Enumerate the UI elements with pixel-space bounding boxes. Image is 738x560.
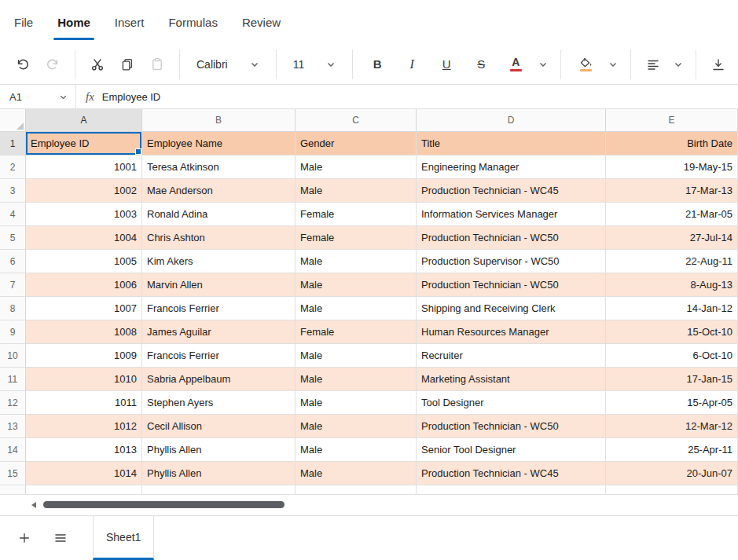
redo-button[interactable] xyxy=(38,49,68,79)
cell-D12[interactable]: Tool Designer xyxy=(417,391,606,415)
cell-B13[interactable]: Cecil Allison xyxy=(142,415,296,438)
strikethrough-button[interactable]: S xyxy=(464,49,498,79)
cell-D5[interactable]: Production Technician - WC50 xyxy=(417,226,606,250)
cell-B7[interactable]: Marvin Allen xyxy=(142,273,296,297)
row-header[interactable]: 8 xyxy=(0,297,26,320)
column-header-E[interactable]: E xyxy=(606,109,738,132)
cell-A10[interactable]: 1009 xyxy=(26,344,142,368)
font-size-dropdown[interactable]: 11 xyxy=(284,49,346,79)
cell-E8[interactable]: 14-Jan-12 xyxy=(606,297,738,320)
scrollbar-thumb[interactable] xyxy=(43,501,285,508)
cell-A13[interactable]: 1012 xyxy=(26,415,142,438)
cell-A6[interactable]: 1005 xyxy=(26,250,142,273)
cell-C9[interactable]: Female xyxy=(296,320,417,344)
cell-E2[interactable]: 19-May-15 xyxy=(606,156,738,179)
menu-tab-file[interactable]: File xyxy=(13,0,35,44)
bold-button[interactable]: B xyxy=(360,49,395,79)
cell-C10[interactable]: Male xyxy=(296,344,417,368)
cell-A5[interactable]: 1004 xyxy=(26,226,142,250)
column-header-A[interactable]: A xyxy=(26,109,142,132)
menu-tab-formulas[interactable]: Formulas xyxy=(167,0,219,44)
cell-B15[interactable]: Phyllis Allen xyxy=(142,462,296,485)
cell-D4[interactable]: Information Services Manager xyxy=(417,203,606,226)
row-header[interactable]: 13 xyxy=(0,415,26,438)
cell-B10[interactable]: Francois Ferrier xyxy=(142,344,296,368)
scroll-left-icon[interactable] xyxy=(31,502,36,508)
cell-B9[interactable]: James Aguilar xyxy=(142,320,296,344)
column-header-B[interactable]: B xyxy=(142,109,296,132)
cell-C7[interactable]: Male xyxy=(296,273,417,297)
column-header-C[interactable]: C xyxy=(296,109,417,132)
cell-C3[interactable]: Male xyxy=(296,179,417,203)
cell-A14[interactable]: 1013 xyxy=(26,438,142,462)
menu-tab-home[interactable]: Home xyxy=(56,0,92,44)
fill-color-dropdown[interactable] xyxy=(603,49,623,79)
cell-A3[interactable]: 1002 xyxy=(26,179,142,203)
vertical-align-button[interactable] xyxy=(703,49,733,79)
cell-D3[interactable]: Production Technician - WC45 xyxy=(417,179,606,203)
cell-A8[interactable]: 1007 xyxy=(26,297,142,320)
cell-D6[interactable]: Production Supervisor - WC50 xyxy=(417,250,606,273)
cell-B1[interactable]: Employee Name xyxy=(142,132,296,156)
cell-D10[interactable]: Recruiter xyxy=(417,344,606,368)
cell-D2[interactable]: Engineering Manager xyxy=(417,156,606,179)
cell-A7[interactable]: 1006 xyxy=(26,273,142,297)
cell-E15[interactable]: 20-Jun-07 xyxy=(606,462,738,485)
row-header[interactable]: 4 xyxy=(0,203,26,226)
font-color-dropdown[interactable] xyxy=(533,49,553,79)
cell-B5[interactable]: Chris Ashton xyxy=(142,226,296,250)
cell-E10[interactable]: 6-Oct-10 xyxy=(606,344,738,368)
font-name-dropdown[interactable]: Calibri xyxy=(187,49,269,79)
fill-color-button[interactable] xyxy=(568,49,603,79)
sheet-list-button[interactable] xyxy=(42,516,79,560)
cell-B12[interactable]: Stephen Ayers xyxy=(142,391,296,415)
cell-E11[interactable]: 17-Jan-15 xyxy=(606,368,738,391)
menu-tab-review[interactable]: Review xyxy=(240,0,282,44)
cell-B14[interactable]: Phyllis Allen xyxy=(142,438,296,462)
cell-E7[interactable]: 8-Aug-13 xyxy=(606,273,738,297)
row-header[interactable]: 3 xyxy=(0,179,26,203)
cell-E9[interactable]: 15-Oct-10 xyxy=(606,320,738,344)
cell-B2[interactable]: Teresa Atkinson xyxy=(142,156,296,179)
row-header[interactable]: 10 xyxy=(0,344,26,368)
row-header[interactable]: 14 xyxy=(0,438,26,462)
add-sheet-button[interactable] xyxy=(6,516,42,560)
undo-button[interactable] xyxy=(8,49,38,79)
cell-C6[interactable]: Male xyxy=(296,250,417,273)
cell-D15[interactable]: Production Technician - WC45 xyxy=(417,462,606,485)
cut-button[interactable] xyxy=(83,49,112,79)
paste-button[interactable] xyxy=(142,49,172,79)
cell-A4[interactable]: 1003 xyxy=(26,203,142,226)
cell-D14[interactable]: Senior Tool Designer xyxy=(417,438,606,462)
cell-D1[interactable]: Title xyxy=(417,132,606,156)
cell-E6[interactable]: 22-Aug-11 xyxy=(606,250,738,273)
cell-C8[interactable]: Male xyxy=(296,297,417,320)
cell-D9[interactable]: Human Resources Manager xyxy=(417,320,606,344)
menu-tab-insert[interactable]: Insert xyxy=(113,0,146,44)
cell-D8[interactable]: Shipping and Receiving Clerk xyxy=(417,297,606,320)
text-align-button[interactable] xyxy=(638,49,668,79)
row-header[interactable]: 9 xyxy=(0,320,26,344)
cell-B11[interactable]: Sabria Appelbaum xyxy=(142,368,296,391)
cell-C5[interactable]: Female xyxy=(296,226,417,250)
cell-C14[interactable]: Male xyxy=(296,438,417,462)
row-header[interactable]: 6 xyxy=(0,250,26,273)
cell-A11[interactable]: 1010 xyxy=(26,368,142,391)
font-color-button[interactable]: A xyxy=(498,49,533,79)
name-box[interactable]: A1 xyxy=(0,85,75,108)
cell-C12[interactable]: Male xyxy=(296,391,417,415)
cell-D7[interactable]: Production Technician - WC50 xyxy=(417,273,606,297)
cell-A12[interactable]: 1011 xyxy=(26,391,142,415)
cell-E14[interactable]: 25-Apr-11 xyxy=(606,438,738,462)
cell-A9[interactable]: 1008 xyxy=(26,320,142,344)
select-all-corner[interactable] xyxy=(0,109,26,132)
cell-C13[interactable]: Male xyxy=(296,415,417,438)
italic-button[interactable]: I xyxy=(395,49,429,79)
row-header[interactable]: 2 xyxy=(0,156,26,179)
column-header-D[interactable]: D xyxy=(417,109,606,132)
cell-A1[interactable]: Employee ID xyxy=(26,132,142,156)
formula-input[interactable]: Employee ID xyxy=(102,91,738,103)
cell-A15[interactable]: 1014 xyxy=(26,462,142,485)
cell-E12[interactable]: 15-Apr-05 xyxy=(606,391,738,415)
sheet-tab[interactable]: Sheet1 xyxy=(93,516,154,560)
